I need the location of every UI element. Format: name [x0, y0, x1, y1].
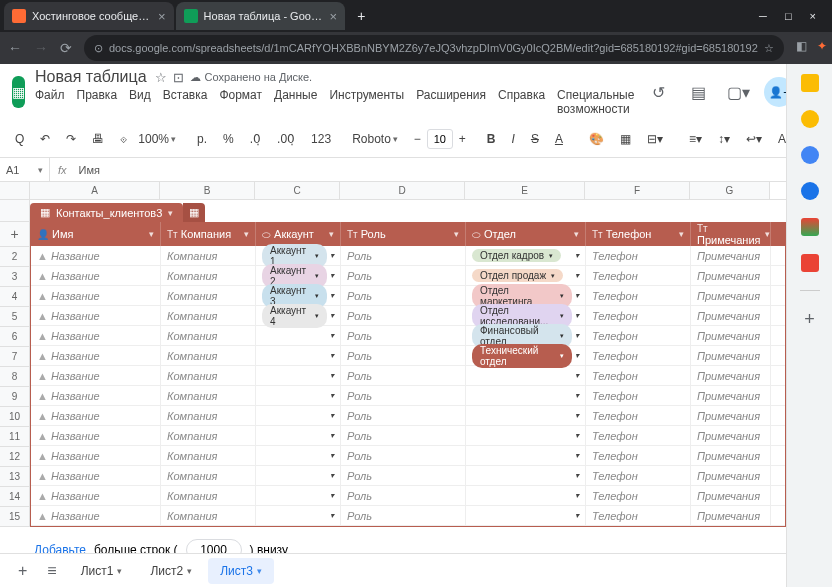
all-sheets-button[interactable]: ≡	[39, 556, 64, 586]
table-grid-icon[interactable]: ▦	[183, 203, 205, 222]
row-header[interactable]: 10	[0, 407, 30, 427]
row-header[interactable]: 9	[0, 387, 30, 407]
cell[interactable]: Примечания	[691, 406, 771, 425]
spreadsheet-grid[interactable]: ABCDEFG + 23456789101112131415 ▦ Контакт…	[0, 182, 786, 553]
cell[interactable]: Примечания	[691, 506, 771, 525]
cell[interactable]: Телефон	[586, 246, 691, 265]
cell[interactable]: ▾	[256, 506, 341, 525]
cell[interactable]: Компания	[161, 406, 256, 425]
cell[interactable]: ▲ Название	[31, 266, 161, 285]
cell[interactable]: ▾	[256, 346, 341, 365]
cell[interactable]: ▾	[466, 406, 586, 425]
cell[interactable]: ▾	[256, 386, 341, 405]
name-box[interactable]: A1 ▾	[0, 158, 50, 181]
cell[interactable]: Телефон	[586, 486, 691, 505]
close-icon[interactable]: ×	[158, 9, 166, 24]
cell[interactable]: Телефон	[586, 446, 691, 465]
close-icon[interactable]: ×	[330, 9, 338, 24]
cell[interactable]: ▲ Название	[31, 246, 161, 265]
row-header[interactable]: 7	[0, 347, 30, 367]
cell[interactable]: ▲ Название	[31, 286, 161, 305]
cell[interactable]: ▾	[466, 426, 586, 445]
maximize-button[interactable]: □	[785, 10, 792, 22]
row-header[interactable]: 13	[0, 467, 30, 487]
history-icon[interactable]: ↺	[644, 78, 672, 106]
sheet-tab[interactable]: Лист2 ▾	[138, 558, 204, 584]
menu-item[interactable]: Данные	[274, 88, 317, 116]
row-header[interactable]: 14	[0, 487, 30, 507]
menu-item[interactable]: Вид	[129, 88, 151, 116]
cell[interactable]: ▾	[466, 446, 586, 465]
cell[interactable]: ▲ Название	[31, 326, 161, 345]
table-column-header[interactable]: Tт Примечания▾	[691, 222, 771, 246]
comment-icon[interactable]: ▤	[684, 78, 712, 106]
table-column-header[interactable]: 👤 Имя▾	[31, 222, 161, 246]
table-row[interactable]: ▲ НазваниеКомпания▾РольТехнический отдел…	[31, 346, 785, 366]
menu-item[interactable]: Формат	[219, 88, 262, 116]
cell[interactable]: ▾	[466, 386, 586, 405]
cell[interactable]: Компания	[161, 326, 256, 345]
column-header[interactable]: B	[160, 182, 255, 199]
cell[interactable]: Телефон	[586, 366, 691, 385]
formula-input[interactable]: Имя	[75, 164, 100, 176]
cell[interactable]: Финансовый отдел▾▾	[466, 326, 586, 345]
cell[interactable]: Отдел исследовани...▾▾	[466, 306, 586, 325]
cell[interactable]: ▾	[256, 366, 341, 385]
extension-icon[interactable]: ◧	[796, 39, 807, 57]
addon-icon[interactable]	[801, 254, 819, 272]
cell[interactable]: ▾	[256, 326, 341, 345]
merge-button[interactable]: ⊟▾	[642, 128, 668, 150]
cell[interactable]: Телефон	[586, 506, 691, 525]
forward-button[interactable]: →	[34, 40, 48, 56]
add-rows-link[interactable]: Добавьте	[34, 543, 86, 553]
table-row[interactable]: ▲ НазваниеКомпанияАккаунт 4▾▾РольОтдел и…	[31, 306, 785, 326]
cell[interactable]: ▾	[466, 506, 586, 525]
add-rows-input[interactable]	[186, 539, 242, 553]
cell[interactable]: Компания	[161, 366, 256, 385]
cell[interactable]: Телефон	[586, 286, 691, 305]
cell[interactable]: Компания	[161, 386, 256, 405]
print-button[interactable]: 🖶	[87, 128, 109, 150]
cell[interactable]: ▲ Название	[31, 426, 161, 445]
cell[interactable]: ▾	[466, 366, 586, 385]
row-header[interactable]: 4	[0, 287, 30, 307]
undo-button[interactable]: ↶	[35, 128, 55, 150]
cell[interactable]: ▲ Название	[31, 386, 161, 405]
cell[interactable]: Роль	[341, 326, 466, 345]
meet-icon[interactable]: ▢▾	[724, 78, 752, 106]
cell[interactable]: Примечания	[691, 306, 771, 325]
cell[interactable]: Аккаунт 3▾▾	[256, 286, 341, 305]
cell[interactable]: Отдел маркетинга▾▾	[466, 286, 586, 305]
row-header[interactable]: 3	[0, 267, 30, 287]
cell[interactable]: Компания	[161, 266, 256, 285]
italic-button[interactable]: I	[507, 128, 520, 150]
star-icon[interactable]: ☆	[155, 70, 167, 85]
row-header[interactable]: 12	[0, 447, 30, 467]
column-header[interactable]: A	[30, 182, 160, 199]
cell[interactable]: Аккаунт 4▾▾	[256, 306, 341, 325]
cell[interactable]: Примечания	[691, 466, 771, 485]
cell[interactable]: Телефон	[586, 466, 691, 485]
sheet-tab[interactable]: Лист3 ▾	[208, 558, 274, 584]
cell[interactable]: ▾	[466, 486, 586, 505]
table-row[interactable]: ▲ НазваниеКомпанияАккаунт 1▾▾РольОтдел к…	[31, 246, 785, 266]
table-column-header[interactable]: ⬭ Отдел▾	[466, 222, 586, 246]
column-header[interactable]: F	[585, 182, 690, 199]
cell[interactable]: Примечания	[691, 446, 771, 465]
table-row[interactable]: ▲ НазваниеКомпания▾Роль▾ТелефонПримечани…	[31, 426, 785, 446]
move-icon[interactable]: ⊡	[173, 70, 184, 85]
new-tab-button[interactable]: +	[347, 8, 375, 24]
decrease-decimal-button[interactable]: .0̣	[245, 128, 266, 150]
add-addon-button[interactable]: +	[804, 309, 815, 330]
calendar-icon[interactable]	[801, 74, 819, 92]
cell[interactable]: Примечания	[691, 326, 771, 345]
address-bar[interactable]: ⊙ docs.google.com/spreadsheets/d/1mCARfY…	[84, 35, 784, 61]
browser-tab-active[interactable]: Новая таблица - Google Табл... ×	[176, 2, 346, 30]
cell[interactable]: Роль	[341, 286, 466, 305]
table-column-header[interactable]: Tт Компания▾	[161, 222, 256, 246]
table-row[interactable]: ▲ НазваниеКомпанияАккаунт 3▾▾РольОтдел м…	[31, 286, 785, 306]
cell[interactable]: ▾	[466, 466, 586, 485]
cell[interactable]: Компания	[161, 426, 256, 445]
cell[interactable]: Роль	[341, 346, 466, 365]
cell[interactable]: Роль	[341, 386, 466, 405]
